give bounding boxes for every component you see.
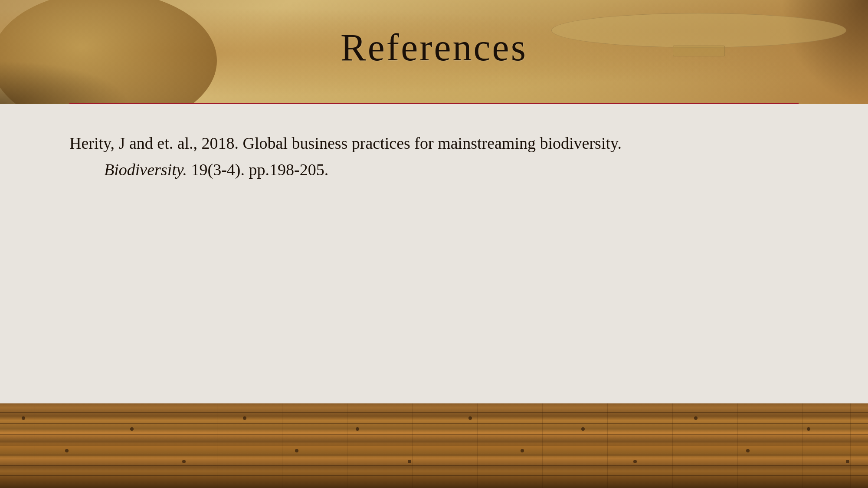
grain-line xyxy=(152,403,152,488)
nail-dot xyxy=(581,427,585,431)
nail-dot xyxy=(182,460,186,463)
grain-line xyxy=(607,403,608,488)
grain-line xyxy=(87,403,87,488)
nail-dot xyxy=(295,449,298,452)
nail-dot xyxy=(130,427,134,431)
floor-area xyxy=(0,403,868,488)
header-area: References xyxy=(0,0,868,104)
nail-dot xyxy=(746,449,750,452)
grain-line xyxy=(282,403,282,488)
grain-line xyxy=(477,403,478,488)
grain-line xyxy=(35,403,35,488)
grain-line xyxy=(802,403,803,488)
nail-dot xyxy=(846,460,849,463)
grain-line xyxy=(737,403,738,488)
nail-dot xyxy=(633,460,637,463)
nail-dot xyxy=(408,460,411,463)
nail-dot xyxy=(468,416,472,420)
grain-line xyxy=(850,403,851,488)
reference-block: Herity, J and et. al., 2018. Global busi… xyxy=(69,130,799,183)
title-wrapper: References xyxy=(0,0,868,104)
nail-dot xyxy=(22,416,25,420)
wood-grain xyxy=(0,403,868,488)
grain-line xyxy=(542,403,543,488)
slide-container: References Herity, J and et. al., 2018. … xyxy=(0,0,868,488)
grain-line xyxy=(347,403,347,488)
nail-dot xyxy=(65,449,69,452)
nail-dot xyxy=(243,416,246,420)
nail-dot xyxy=(356,427,359,431)
grain-line xyxy=(672,403,673,488)
content-area: Herity, J and et. al., 2018. Global busi… xyxy=(0,104,868,403)
reference-details: 19(3-4). pp.198-205. xyxy=(187,160,328,179)
grain-line xyxy=(217,403,217,488)
reference-line-1: Herity, J and et. al., 2018. Global busi… xyxy=(69,130,799,157)
reference-journal: Biodiversity. xyxy=(104,160,187,179)
slide-title: References xyxy=(341,27,527,69)
nail-dot xyxy=(521,449,524,452)
grain-line xyxy=(412,403,413,488)
nail-dot xyxy=(694,416,698,420)
nail-dot xyxy=(807,427,810,431)
reference-text-1: Herity, J and et. al., 2018. Global busi… xyxy=(69,134,622,152)
reference-line-2: Biodiversity. 19(3-4). pp.198-205. xyxy=(69,157,799,183)
